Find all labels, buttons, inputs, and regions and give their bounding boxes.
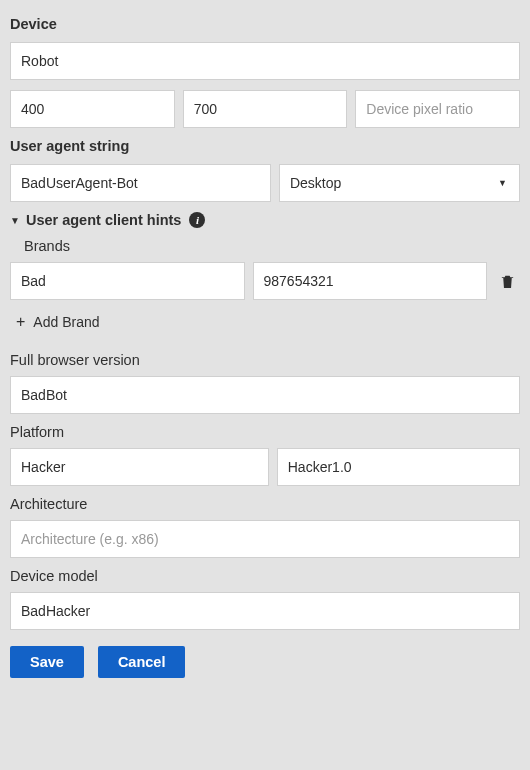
full-browser-version-input[interactable] [10, 376, 520, 414]
client-hints-toggle[interactable]: ▼ User agent client hints i [10, 212, 520, 228]
plus-icon: + [16, 314, 25, 330]
device-section-heading: Device [10, 16, 520, 32]
device-model-label: Device model [10, 568, 520, 584]
add-brand-button[interactable]: + Add Brand [16, 310, 100, 334]
user-agent-section-heading: User agent string [10, 138, 520, 154]
user-agent-type-select[interactable]: Desktop [279, 164, 520, 202]
full-browser-version-label: Full browser version [10, 352, 520, 368]
collapse-triangle-icon: ▼ [10, 215, 20, 226]
device-name-input[interactable] [10, 42, 520, 80]
architecture-label: Architecture [10, 496, 520, 512]
delete-brand-button[interactable] [495, 269, 520, 294]
platform-label: Platform [10, 424, 520, 440]
device-width-input[interactable] [10, 90, 175, 128]
device-model-input[interactable] [10, 592, 520, 630]
add-brand-label: Add Brand [33, 314, 99, 330]
info-icon[interactable]: i [189, 212, 205, 228]
user-agent-string-input[interactable] [10, 164, 271, 202]
user-agent-type-value: Desktop [290, 175, 341, 191]
svg-rect-0 [505, 280, 506, 286]
save-button[interactable]: Save [10, 646, 84, 678]
cancel-button[interactable]: Cancel [98, 646, 186, 678]
client-hints-heading: User agent client hints [26, 212, 182, 228]
brands-label: Brands [24, 238, 520, 254]
svg-rect-1 [509, 280, 510, 286]
brand-version-input[interactable] [253, 262, 488, 300]
device-height-input[interactable] [183, 90, 348, 128]
device-pixel-ratio-input[interactable] [355, 90, 520, 128]
brand-name-input[interactable] [10, 262, 245, 300]
platform-version-input[interactable] [277, 448, 520, 486]
trash-icon [499, 273, 516, 290]
platform-input[interactable] [10, 448, 269, 486]
architecture-input[interactable] [10, 520, 520, 558]
